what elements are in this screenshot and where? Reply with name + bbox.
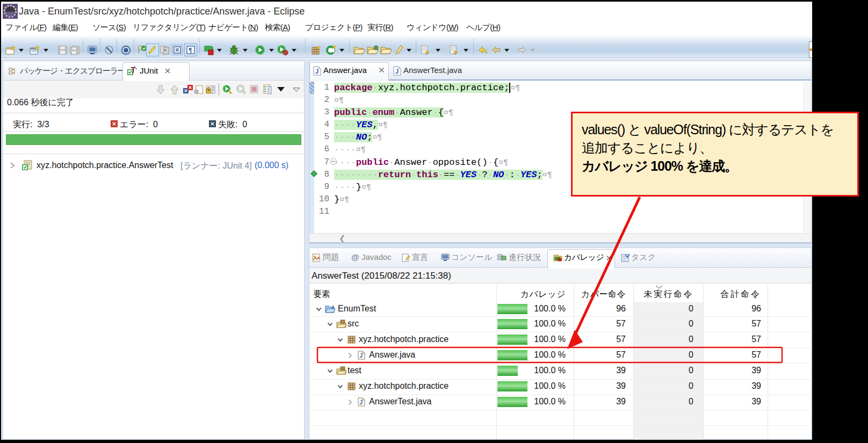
svg-text:J: J bbox=[360, 400, 363, 405]
svg-text:J: J bbox=[360, 353, 363, 359]
svg-text:J: J bbox=[331, 304, 334, 309]
svg-text:J: J bbox=[395, 68, 399, 75]
svg-text:¶: ¶ bbox=[189, 46, 192, 54]
svg-text:J: J bbox=[315, 68, 319, 75]
